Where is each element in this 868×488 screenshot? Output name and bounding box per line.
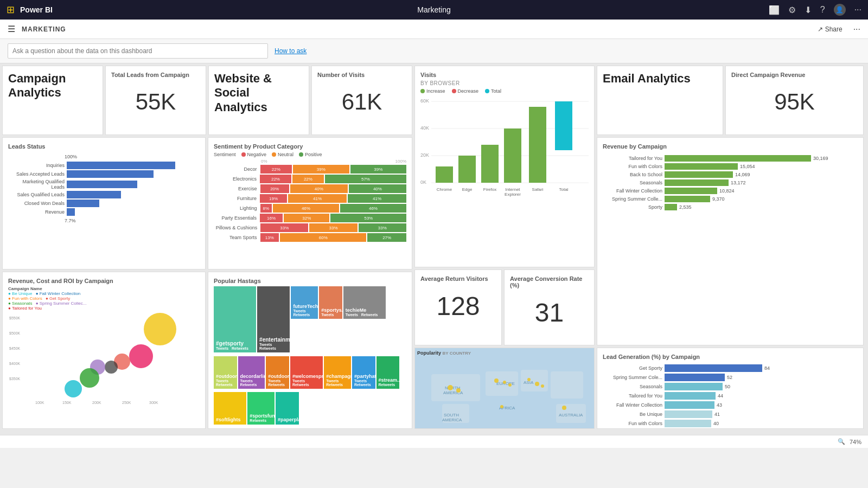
svg-point-61 [500, 405, 503, 408]
more-icon[interactable]: ··· [854, 5, 861, 15]
num-visits-card: Number of Visits 61K [311, 66, 412, 135]
svg-text:Firefox: Firefox [483, 187, 496, 192]
leadgen-bar-row: Fall Winter Collection 43 [603, 401, 858, 409]
top-nav-icons: ⬜ ⚙ ⬇ ? 👤 ··· [769, 4, 861, 16]
lead-gen-card: Lead Generation (%) by Campaign Get Spor… [597, 348, 864, 429]
svg-point-52 [448, 385, 453, 390]
svg-text:200K: 200K [92, 401, 101, 404]
direct-revenue-card: Direct Campaign Revenue 95K [725, 66, 864, 135]
sub-nav-more[interactable]: ··· [853, 24, 860, 34]
campaign-analytics-card: Campaign Analytics [2, 66, 103, 135]
avg-return-card: Average Return Visitors 128 [414, 269, 502, 345]
revenue-bar-row: Back to School 14,069 [603, 171, 858, 178]
svg-point-26 [144, 313, 176, 345]
total-dot [485, 89, 489, 93]
user-avatar[interactable]: 👤 [834, 4, 846, 16]
status-bar: 🔍 74% [0, 435, 868, 448]
sentiment-row: Decor 22% 39% 39% [214, 165, 406, 174]
revenue-bar-row: Spring Summer Colle... 9,370 [603, 196, 858, 202]
leadgen-bar-row: Tailored for You 44 [603, 392, 858, 400]
map-svg: NORTH AMERICA EUROPE ASIA SOUTH AMERICA … [415, 358, 595, 428]
direct-revenue-title: Direct Campaign Revenue [731, 72, 858, 78]
share-button[interactable]: ↗ Share [818, 25, 843, 33]
hashtag-futuretech[interactable]: futureTech Tweets Retweets [291, 286, 318, 319]
hashtag-getsporty[interactable]: #getsporty Tweets Retweets [214, 286, 256, 352]
num-visits-title: Number of Visits [317, 72, 406, 78]
website-social-title: Website & Social Analytics [214, 72, 303, 114]
avg-return-title: Average Return Visitors [420, 275, 496, 282]
revenue-bar-row: Tailored for You 30,169 [603, 155, 858, 162]
dashboard: Campaign Analytics Total Leads from Camp… [0, 63, 868, 435]
increase-dot [420, 89, 425, 93]
hashtag-stream[interactable]: #stream... Retweets [376, 356, 400, 389]
decrease-dot [452, 89, 456, 93]
share-icon: ↗ [818, 25, 823, 33]
svg-point-55 [503, 381, 506, 384]
hashtag-outdoor[interactable]: #outdoor Tweets Retweets [214, 356, 237, 389]
hashtag-softlights[interactable]: #softlights [214, 392, 246, 425]
svg-rect-17 [529, 107, 546, 183]
hashtag-welcomespring[interactable]: #welcomespring Tweets Retweets [290, 356, 323, 389]
leads-bar-sales-accepted: Sales Accepted Leads [10, 170, 200, 178]
svg-text:40K: 40K [420, 125, 429, 131]
sentiment-row: Furniture 19% 41% 41% [214, 194, 406, 203]
leadgen-bar-row: Be Unique 41 [603, 410, 858, 418]
leads-bar-sql: Sales Qualified Leads [10, 191, 200, 198]
page-title: Marketing [417, 5, 450, 14]
svg-text:$350K: $350K [9, 377, 21, 381]
hashtag-champagneglass[interactable]: #champagneglass Tweets Retweets [324, 356, 351, 389]
svg-point-53 [456, 388, 461, 393]
leadgen-bar-row: Fun with Colors 40 [603, 420, 858, 427]
help-icon[interactable]: ? [820, 5, 825, 15]
roi-card: Revenue, Cost and ROI by Campaign Campai… [2, 272, 206, 429]
sentiment-row: Electronics 22% 22% 57% [214, 175, 406, 183]
download-icon[interactable]: ⬇ [805, 5, 812, 15]
settings-icon[interactable]: ⚙ [788, 5, 796, 15]
0-100-axis: 0% 100% [261, 159, 406, 164]
hashtag-decordarling[interactable]: decordarling Tweets Retweets [238, 356, 265, 389]
100-pct-label: 100% [65, 154, 200, 159]
svg-text:$450K: $450K [9, 346, 21, 350]
hashtag-paperplates[interactable]: #paperplates [276, 392, 299, 425]
hashtag-partyhats[interactable]: #partyhats Tweets Retweets [352, 356, 375, 389]
hashtags-grid: #getsporty Tweets Retweets #entertainmen… [214, 286, 406, 427]
sentiment-card: Sentiment by Product Category Sentiment … [208, 137, 412, 269]
avg-conversion-card: Average Conversion Rate (%) 31 [504, 269, 595, 345]
hashtag-sportys[interactable]: #sportys... Tweets [319, 286, 342, 319]
revenue-bar-row: Seasonals 13,172 [603, 179, 858, 186]
hashtag-entertainment[interactable]: #entertainment Tweets Retweets [257, 286, 290, 352]
legend-decrease: Decrease [452, 88, 479, 94]
hashtag-outdoord[interactable]: #outdoord... Tweets Retweets [266, 356, 289, 389]
hashtag-sportsfun[interactable]: #sportsfun Retweets [247, 392, 275, 425]
roi-title: Revenue, Cost and ROI by Campaign [8, 278, 200, 284]
hashtag-techiee[interactable]: techieMe Tweets Retweets [343, 286, 386, 319]
top-nav: ⊞ Power BI Marketing ⬜ ⚙ ⬇ ? 👤 ··· [0, 0, 868, 20]
avg-return-value: 128 [420, 284, 496, 328]
svg-text:Total: Total [559, 187, 569, 192]
leadgen-bar-row: Spring Summer Cole... 52 [603, 374, 858, 381]
monitor-icon[interactable]: ⬜ [769, 5, 780, 15]
total-leads-value: 55K [111, 80, 200, 124]
leads-bar-revenue: Revenue [10, 208, 200, 216]
visits-legend: Increase Decrease Total [420, 88, 589, 94]
roi-legend: Campaign Name ● Be Unique ● Fall Winter … [8, 286, 200, 311]
hamburger-icon[interactable]: ☰ [8, 24, 15, 34]
svg-rect-10 [458, 156, 476, 183]
svg-point-60 [562, 406, 566, 410]
qa-bar: How to ask [0, 39, 868, 63]
sentiment-row: Pillows & Cushions 33% 33% 33% [214, 223, 406, 232]
svg-point-58 [535, 382, 539, 386]
qa-input[interactable] [8, 43, 268, 59]
revenue-campaign-card: Revenue by Campaign Tailored for You 30,… [597, 137, 864, 345]
sentiment-chart: Decor 22% 39% 39% Electronics 22% 22% 57… [214, 165, 406, 242]
svg-text:0K: 0K [420, 179, 426, 185]
roi-svg: $550K $500K $450K $400K $350K 100K 150K … [8, 313, 203, 405]
leads-chart: 100% Inquiries Sales Accepted Leads Mark… [8, 154, 200, 223]
svg-text:Internet: Internet [505, 187, 520, 192]
svg-rect-14 [504, 129, 521, 183]
total-leads-title: Total Leads from Campaign [111, 72, 200, 78]
app-grid-icon[interactable]: ⊞ [7, 4, 15, 16]
how-to-ask-link[interactable]: How to ask [275, 47, 307, 55]
svg-text:60K: 60K [420, 98, 429, 104]
leads-bar-closed: Closed Won Deals [10, 200, 200, 207]
